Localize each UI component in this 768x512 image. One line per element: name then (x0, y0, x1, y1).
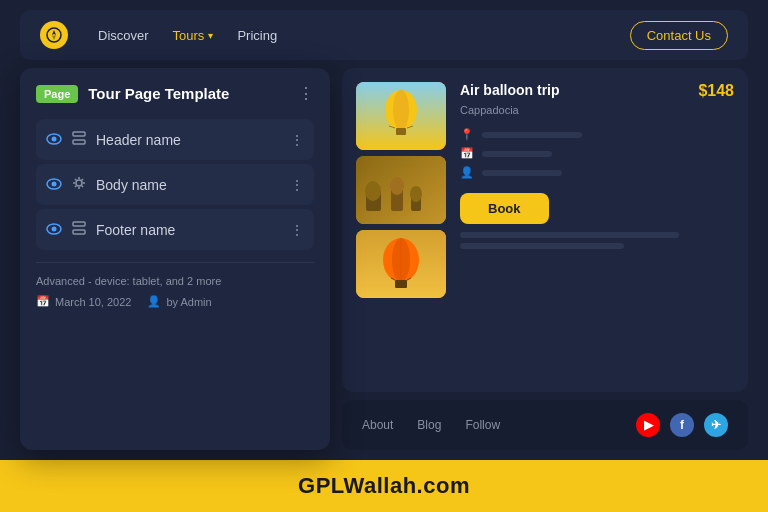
detail-bar-2 (482, 151, 552, 157)
gallery-image-2[interactable] (356, 156, 446, 224)
body-row-dots[interactable]: ⋮ (290, 177, 304, 193)
right-section: Air balloon trip $148 Cappadocia 📍 📅 (342, 68, 748, 450)
bottom-band: GPLWallah.com (0, 460, 768, 512)
page-template-card: Page Tour Page Template ⋮ (20, 68, 330, 450)
image-gallery (356, 82, 446, 378)
svg-point-22 (365, 181, 381, 201)
svg-marker-2 (52, 35, 56, 40)
body-row[interactable]: Body name ⋮ (36, 164, 314, 205)
svg-point-26 (410, 186, 422, 202)
author-text: by Admin (166, 296, 211, 308)
card-title: Tour Page Template (88, 85, 288, 102)
location-icon: 📍 (460, 128, 474, 141)
svg-rect-5 (73, 132, 85, 136)
header-row-dots[interactable]: ⋮ (290, 132, 304, 148)
svg-rect-6 (73, 140, 85, 144)
svg-point-4 (52, 136, 57, 141)
header-layout-icon (72, 131, 86, 148)
tour-header: Air balloon trip $148 (460, 82, 734, 100)
svg-rect-13 (73, 230, 85, 234)
footer-row-label: Footer name (96, 222, 280, 238)
youtube-icon[interactable]: ▶ (636, 413, 660, 437)
nav-discover[interactable]: Discover (98, 28, 149, 43)
person-icon: 👤 (147, 295, 161, 308)
svg-point-24 (390, 177, 404, 195)
body-settings-icon (72, 176, 86, 193)
skeleton-bar-1 (460, 232, 679, 238)
date-meta: 📅 March 10, 2022 (36, 295, 131, 308)
footer-links: About Blog Follow (362, 418, 500, 432)
navbar: Discover Tours Pricing Contact Us (20, 10, 748, 60)
contact-us-button[interactable]: Contact Us (630, 21, 728, 50)
footer-row-dots[interactable]: ⋮ (290, 222, 304, 238)
skeleton-bar-2 (460, 243, 624, 249)
brand-text: GPLWallah.com (298, 473, 470, 499)
skeleton-bars (460, 232, 734, 249)
content-area: Page Tour Page Template ⋮ (20, 68, 748, 450)
header-row[interactable]: Header name ⋮ (36, 119, 314, 160)
nav-logo (40, 21, 68, 49)
detail-bar-1 (482, 132, 582, 138)
svg-point-16 (393, 90, 409, 130)
tour-title: Air balloon trip (460, 82, 560, 98)
social-icons: ▶ f ✈ (636, 413, 728, 437)
svg-point-11 (52, 226, 57, 231)
gallery-image-3[interactable] (356, 230, 446, 298)
tour-info: Air balloon trip $148 Cappadocia 📍 📅 (460, 82, 734, 378)
card-header: Page Tour Page Template ⋮ (36, 84, 314, 103)
nav-pricing[interactable]: Pricing (237, 28, 277, 43)
header-row-label: Header name (96, 132, 280, 148)
author-meta: 👤 by Admin (147, 295, 211, 308)
book-button[interactable]: Book (460, 193, 549, 224)
tour-subtitle: Cappadocia (460, 104, 734, 116)
nav-tours[interactable]: Tours (173, 28, 214, 43)
card-menu-dots[interactable]: ⋮ (298, 84, 314, 103)
svg-rect-31 (395, 280, 407, 288)
svg-point-8 (52, 181, 57, 186)
dark-area: Discover Tours Pricing Contact Us Page T… (0, 0, 768, 460)
body-visibility-icon[interactable] (46, 177, 62, 193)
footer-visibility-icon[interactable] (46, 222, 62, 238)
main-wrapper: Discover Tours Pricing Contact Us Page T… (0, 0, 768, 512)
footer-row[interactable]: Footer name ⋮ (36, 209, 314, 250)
svg-rect-17 (396, 128, 406, 135)
card-footer-info: Advanced - device: tablet, and 2 more 📅 … (36, 262, 314, 308)
footer-about[interactable]: About (362, 418, 393, 432)
tour-card: Air balloon trip $148 Cappadocia 📍 📅 (342, 68, 748, 392)
date-text: March 10, 2022 (55, 296, 131, 308)
svg-marker-1 (52, 30, 56, 35)
detail-bar-3 (482, 170, 562, 176)
device-info: Advanced - device: tablet, and 2 more (36, 275, 314, 287)
footer-blog[interactable]: Blog (417, 418, 441, 432)
header-visibility-icon[interactable] (46, 132, 62, 148)
body-row-label: Body name (96, 177, 280, 193)
gallery-image-1[interactable] (356, 82, 446, 150)
dark-footer: About Blog Follow ▶ f ✈ (342, 400, 748, 450)
nav-links: Discover Tours Pricing (98, 28, 600, 43)
person-detail-icon: 👤 (460, 166, 474, 179)
facebook-icon[interactable]: f (670, 413, 694, 437)
calendar-icon: 📅 (36, 295, 50, 308)
tour-price: $148 (698, 82, 734, 100)
meta-row: 📅 March 10, 2022 👤 by Admin (36, 295, 314, 308)
telegram-icon[interactable]: ✈ (704, 413, 728, 437)
page-badge: Page (36, 85, 78, 103)
detail-row-1: 📍 (460, 128, 734, 141)
detail-row-2: 📅 (460, 147, 734, 160)
footer-follow: Follow (465, 418, 500, 432)
detail-row-3: 👤 (460, 166, 734, 179)
calendar-detail-icon: 📅 (460, 147, 474, 160)
footer-layout-icon (72, 221, 86, 238)
tour-details: 📍 📅 👤 (460, 128, 734, 179)
svg-point-9 (76, 180, 82, 186)
svg-rect-12 (73, 222, 85, 226)
